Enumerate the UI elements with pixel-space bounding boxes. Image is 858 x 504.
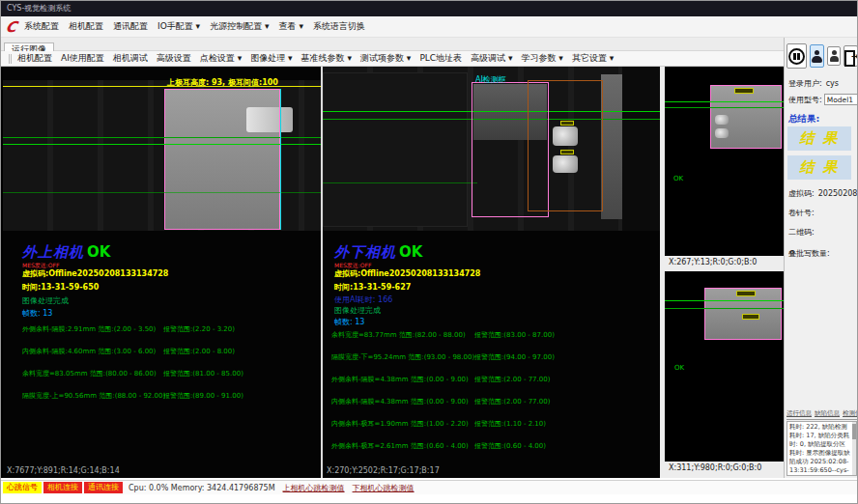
result-ok: OK <box>399 243 422 261</box>
ruler-label: 上极耳高度: 93, 极耳间值:100 <box>167 77 278 88</box>
menu-item[interactable]: 光源控制配置 ▾ <box>210 20 269 33</box>
camera-view-lower[interactable]: AI检测框 外下相机OK MES发送:OFF 虚拟码:Offline202502… <box>323 67 660 478</box>
measurement-alarm-range: 报警范围:(89.00 - 91.00) <box>163 391 243 401</box>
measurement-value: 隔膜宽度-下=95.24mm 范围:(93.00 - 98.00) <box>331 352 474 362</box>
toolbar-item[interactable]: 学习参数 ▾ <box>522 52 563 65</box>
pause-button[interactable] <box>786 43 807 69</box>
time-text: 时间:13-31-59-650 <box>22 282 99 293</box>
info-tab[interactable]: 运行信息 <box>786 409 812 418</box>
measurement-alarm-range: 报警范围:(2.00 - 77.00) <box>474 397 550 406</box>
baseline-green-3 <box>323 182 477 183</box>
toolbar-item[interactable]: 基准线参数 ▾ <box>301 52 352 65</box>
measurement-value: 外侧余料-隔膜:2.91mm 范围:(2.00 - 3.50) <box>22 324 163 334</box>
measurement-value: 隔膜宽度-上=90.56mm 范围:(88.00 - 92.00) <box>22 391 163 401</box>
thumbnail-column: OK X:267;Y:13;R:0;G:0;B:0 OK X:311;Y:980… <box>662 67 784 478</box>
app-window: CYS-视觉检测系统 C 系统配置相机配置通讯配置IO手配置 ▾光源控制配置 ▾… <box>0 0 858 504</box>
machine-block-right <box>622 67 660 231</box>
control-sidebar: 登录用户:cys 使用型号:Model1 总结果: 结 果 结 果 虚拟码:20… <box>784 38 858 478</box>
toolbar-item[interactable]: 图像处理 ▾ <box>250 52 292 65</box>
model-select[interactable]: Model1 <box>824 94 858 105</box>
switch-user-button[interactable] <box>827 46 840 66</box>
baseline-green-2 <box>665 107 784 108</box>
exit-door-icon <box>844 50 856 63</box>
pixel-coords-readout: X:267;Y:13;R:0;G:0;B:0 <box>669 258 757 266</box>
baseline-green-1 <box>665 101 784 102</box>
result-indicator-lower: 结 果 <box>787 155 851 180</box>
measurement-row: 外侧余料-极耳=2.61mm 范围:(0.60 - 4.00) 报警范围:(0.… <box>331 441 650 463</box>
total-result-label: 总结果: <box>788 113 819 126</box>
toolbar-item[interactable]: 高级调试 ▾ <box>471 52 512 65</box>
thumbnail-view-bottom[interactable]: OK <box>665 271 784 462</box>
measurement-value: 内侧余料-隔膜:4.60mm 范围:(3.00 - 6.00) <box>22 347 163 356</box>
pin-number-label: 卷针号: <box>788 208 815 218</box>
roi-rect-pink <box>164 89 280 230</box>
measurement-row: 内侧余料-隔膜:4.60mm 范围:(3.00 - 6.00) 报警范围:(2.… <box>22 347 312 369</box>
exit-button[interactable] <box>844 45 858 67</box>
menu-item[interactable]: 系统配置 <box>24 20 59 33</box>
measurement-value: 外侧余料-极耳=2.61mm 范围:(0.60 - 4.00) <box>331 441 474 451</box>
login-user-label: 登录用户: <box>788 79 822 88</box>
model-label: 使用型号: <box>788 96 822 104</box>
toolbar-item[interactable]: AI使用配置 <box>61 52 104 65</box>
login-user-button[interactable] <box>810 44 824 68</box>
cpu-memory-text: Cpu: 0.0% Memory: 3424.41796875M <box>129 484 275 492</box>
user-icon <box>812 50 822 63</box>
camera-view-upper[interactable]: 上极耳高度: 93, 极耳间值:100 外上相机OK MES发送:OFF 虚拟码… <box>3 67 321 478</box>
menu-item[interactable]: IO手配置 ▾ <box>157 20 200 33</box>
user-dark-icon <box>830 50 839 62</box>
menu-item[interactable]: 相机配置 <box>69 20 103 33</box>
info-tab[interactable]: 缺陷信息 <box>815 409 840 418</box>
measurement-value: 外侧余料-隔膜=4.38mm 范围:(0.00 - 9.00) <box>331 375 474 384</box>
baseline-green-3 <box>3 192 321 193</box>
result-indicator-upper: 结 果 <box>787 126 851 151</box>
baseline-green-1 <box>665 300 784 301</box>
weld-spot-2 <box>715 128 729 138</box>
menu-item[interactable]: 查看 ▾ <box>279 20 303 33</box>
frame-count-text: 帧数: 13 <box>334 317 364 327</box>
measurement-row: 内侧余料-极耳=1.90mm 范围:(1.00 - 2.20) 报警范围:(1.… <box>331 419 650 441</box>
upper-camera-heartbeat-link[interactable]: 上相机心跳检测值 <box>283 483 345 493</box>
frame-count-text: 帧数: 13 <box>22 308 52 319</box>
window-title: CYS-视觉检测系统 <box>7 4 71 13</box>
toolbar-item[interactable]: 其它设置 ▾ <box>572 52 614 65</box>
tab-row: 运行图像 <box>1 38 784 51</box>
camera-name: 外下相机 <box>334 243 396 261</box>
lower-camera-heartbeat-link[interactable]: 下相机心跳检测值 <box>353 483 415 493</box>
measurement-alarm-range: 报警范围:(2.20 - 3.20) <box>163 324 235 334</box>
toolbar-grip <box>9 54 12 64</box>
thumbnail-view-top[interactable]: OK <box>665 67 784 256</box>
toolbar-item[interactable]: 点检设置 ▾ <box>200 52 242 65</box>
info-tab[interactable]: 检测信息 <box>843 409 858 418</box>
thumb-status-text: OK <box>674 364 684 372</box>
qr-code-label: 二维码: <box>788 227 815 238</box>
menubar: C 系统配置相机配置通讯配置IO手配置 ▾光源控制配置 ▾查看 ▾系统语言切换 <box>1 16 858 38</box>
machine-block-left <box>323 72 468 227</box>
menu-item[interactable]: 系统语言切换 <box>313 20 365 33</box>
pixel-coords-readout: X:7677;Y:891;R:14;G:14;B:14 <box>7 466 120 475</box>
info-log[interactable]: 耗时: 222, 缺陷检测耗时: 17, 缺陷分类耗时: 0, 缺陷提取分区耗时… <box>786 421 857 476</box>
menu-items: 系统配置相机配置通讯配置IO手配置 ▾光源控制配置 ▾查看 ▾系统语言切换 <box>24 20 375 33</box>
toolbar-item[interactable]: 相机配置 <box>17 52 52 65</box>
camera-result-title: 外上相机OK <box>22 243 110 262</box>
info-scrollbar-thumb[interactable] <box>852 424 856 439</box>
login-user-value: cys <box>826 79 839 88</box>
measurement-row: 余料宽度=83.05mm 范围:(80.00 - 86.00) 报警范围:(81… <box>22 369 312 391</box>
virtual-code-row: 虚拟码:20250208 <box>788 188 857 199</box>
overlay-label-1 <box>736 291 756 296</box>
bright-rail <box>601 74 622 219</box>
info-scrollbar[interactable] <box>852 422 856 475</box>
toolbar-item[interactable]: PLC地址表 <box>419 52 462 65</box>
ai-roi-label: AI检测框 <box>475 74 506 85</box>
status-bar: 心跳信号 相机连接 通讯连接 Cpu: 0.0% Memory: 3424.41… <box>1 480 858 494</box>
overlay-label-2 <box>742 314 759 320</box>
toolbar-item[interactable]: 高级设置 <box>157 52 191 65</box>
virtual-code-label: 虚拟码: <box>788 189 815 198</box>
toolbar-item[interactable]: 相机调试 <box>113 52 148 65</box>
measurement-alarm-range: 报警范围:(81.00 - 85.00) <box>163 369 243 378</box>
measurement-value: 余料宽度=83.77mm 范围:(82.00 - 88.00) <box>331 330 474 340</box>
toolbar-item[interactable]: 测试项参数 ▾ <box>360 52 411 65</box>
window-titlebar: CYS-视觉检测系统 <box>1 1 858 16</box>
measurement-value: 内侧余料-极耳=1.90mm 范围:(1.00 - 2.20) <box>331 419 474 429</box>
measurement-alarm-range: 报警范围:(2.00 - 8.00) <box>163 347 235 356</box>
menu-item[interactable]: 通讯配置 <box>113 20 148 33</box>
